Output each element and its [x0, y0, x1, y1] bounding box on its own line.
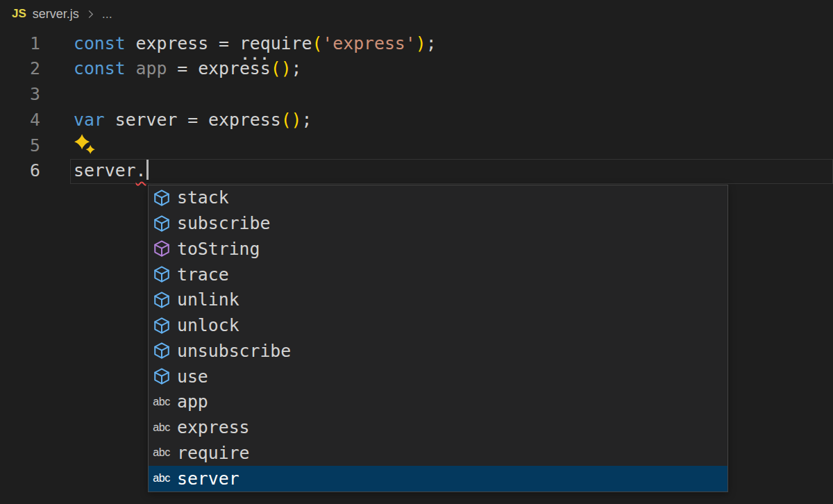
suggest-item-use[interactable]: use — [149, 364, 727, 389]
symbol-text-icon: abc — [152, 392, 171, 411]
suggest-item-unlink[interactable]: unlink — [149, 287, 727, 313]
token-hint: require — [239, 31, 312, 57]
suggest-item-label: unsubscribe — [177, 341, 291, 361]
suggest-item-require[interactable]: abcrequire — [149, 440, 727, 466]
line-number: 6 — [0, 158, 40, 184]
token-plain: ; — [292, 58, 302, 78]
token-bracket: () — [271, 58, 292, 78]
token-plain: server — [115, 110, 178, 130]
breadcrumb-ellipsis[interactable]: ... — [102, 7, 112, 22]
symbol-method-icon — [152, 265, 171, 284]
token-keyword: const — [74, 58, 126, 78]
token-keyword: const — [74, 33, 126, 53]
chevron-right-icon — [85, 9, 96, 19]
symbol-method-icon — [152, 240, 171, 258]
breadcrumb-file-name[interactable]: server.js — [33, 7, 79, 22]
line-number: 2 — [0, 56, 40, 82]
token-dimmed: app — [136, 58, 167, 78]
suggest-item-label: unlock — [177, 315, 239, 335]
token-plain: ; — [301, 110, 312, 130]
symbol-method-icon — [152, 367, 171, 386]
code-text: var server = express(); — [74, 108, 312, 133]
suggest-item-label: trace — [177, 264, 229, 285]
symbol-text-icon: abc — [152, 469, 171, 488]
token-keyword: var — [74, 110, 105, 130]
code-text: const app = express(); — [74, 56, 302, 82]
symbol-method-icon — [152, 342, 171, 360]
suggest-item-label: server — [177, 469, 239, 489]
suggest-item-label: toString — [177, 239, 260, 259]
code-line[interactable]: 5 — [0, 133, 833, 159]
symbol-text-icon: abc — [152, 444, 171, 462]
code-editor-area[interactable]: 1const express = require('express');2con… — [0, 31, 833, 185]
symbol-method-icon — [152, 316, 171, 335]
suggest-item-express[interactable]: abcexpress — [149, 414, 727, 440]
code-line[interactable]: 1const express = require('express'); — [0, 31, 833, 57]
code-line[interactable]: 3 — [0, 82, 833, 108]
token-plain: express — [198, 58, 271, 78]
line-number: 1 — [0, 31, 40, 57]
token-plain: = — [177, 110, 208, 130]
token-plain — [105, 110, 115, 130]
code-line[interactable]: 6server. — [0, 158, 833, 184]
code-text: const express = require('express'); — [74, 31, 437, 57]
token-plain: express — [208, 110, 281, 130]
breadcrumb: JS server.js ... — [12, 5, 112, 23]
token-bracket: ) — [416, 33, 426, 53]
token-plain — [126, 58, 136, 78]
line-number: 4 — [0, 108, 40, 133]
token-error: . — [136, 160, 146, 180]
token-bracket: () — [281, 110, 302, 130]
intellisense-suggest-widget: stack subscribe toString trace unlink un… — [148, 185, 728, 492]
suggest-item-toString[interactable]: toString — [149, 236, 727, 262]
line-number: 5 — [0, 133, 40, 159]
suggest-item-unlock[interactable]: unlock — [149, 312, 727, 338]
suggest-item-label: unlink — [177, 289, 239, 310]
token-plain: express — [136, 33, 209, 53]
token-plain: = — [208, 33, 239, 53]
suggest-item-subscribe[interactable]: subscribe — [149, 210, 727, 236]
line-number: 3 — [0, 82, 40, 108]
symbol-method-icon — [152, 214, 171, 233]
suggest-item-label: use — [177, 367, 208, 387]
token-plain: = — [167, 58, 198, 78]
text-cursor — [146, 160, 149, 180]
suggest-item-label: app — [177, 392, 208, 412]
token-string: 'express' — [322, 33, 415, 53]
javascript-file-icon: JS — [12, 7, 26, 21]
suggest-item-trace[interactable]: trace — [149, 262, 727, 287]
symbol-method-icon — [152, 188, 171, 207]
vscode-editor-window: { "breadcrumb": { "file_type_badge": "JS… — [0, 0, 833, 504]
suggest-item-app[interactable]: abcapp — [149, 389, 727, 415]
suggest-item-stack[interactable]: stack — [149, 185, 727, 211]
suggest-item-server[interactable]: abcserver — [149, 466, 727, 492]
copilot-sparkle-icon[interactable] — [74, 133, 96, 154]
token-plain — [126, 33, 136, 53]
suggest-item-label: stack — [177, 187, 229, 208]
code-line[interactable]: 4var server = express(); — [0, 108, 833, 133]
token-plain: server — [74, 160, 136, 180]
token-plain: ; — [426, 33, 437, 53]
symbol-method-icon — [152, 290, 171, 309]
code-line[interactable]: 2const app = express(); — [0, 56, 833, 82]
suggest-item-label: express — [177, 417, 250, 437]
token-bracket: ( — [312, 33, 322, 53]
suggest-item-label: subscribe — [177, 213, 270, 233]
code-text: server. — [74, 158, 149, 184]
code-text — [74, 133, 96, 159]
suggest-item-unsubscribe[interactable]: unsubscribe — [149, 338, 727, 364]
suggest-item-label: require — [177, 443, 250, 463]
symbol-text-icon: abc — [152, 418, 171, 437]
